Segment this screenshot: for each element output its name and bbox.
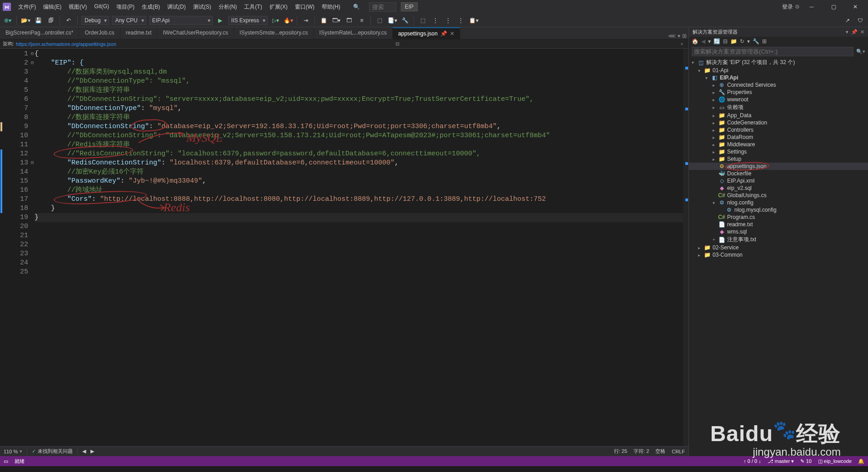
tb-icon-5[interactable]: ⬚ <box>374 15 384 25</box>
save-all-icon[interactable]: 🗐 <box>46 15 56 25</box>
tb-icon-1[interactable]: 📋 <box>319 15 329 25</box>
tree-node[interactable]: ▾⚙nlog.config <box>689 199 868 206</box>
menu-item[interactable]: 扩展(X) <box>266 3 291 11</box>
config-combo[interactable]: Debug <box>81 16 109 25</box>
tabs-overflow-icon[interactable]: ⋘ <box>668 33 676 39</box>
tree-node[interactable]: ▸📁03-Common <box>689 251 868 258</box>
tree-node[interactable]: ▸📁CodeGeneration <box>689 119 868 126</box>
refresh-icon[interactable]: ↻ <box>740 38 744 45</box>
vc-repo[interactable]: ◫ eip_lowcode <box>818 458 852 464</box>
panel-pin-icon[interactable]: 📌 <box>851 29 858 35</box>
vc-branch[interactable]: ⎇ master ▾ <box>768 458 794 464</box>
menu-item[interactable]: 测试(S) <box>190 3 215 11</box>
tree-node[interactable]: 🐳Dockerfile <box>689 170 868 177</box>
tree-node[interactable]: ▸📁DataRoom <box>689 134 868 141</box>
menu-item[interactable]: Git(G) <box>90 3 113 11</box>
run-no-debug-icon[interactable]: ▷▾ <box>270 15 280 25</box>
editor-tab[interactable]: BigScreenPag...ontroller.cs <box>0 27 79 39</box>
back-icon[interactable]: ◀ <box>701 38 705 45</box>
tree-node[interactable]: ◇EIP.Api.xml <box>689 177 868 184</box>
schema-url[interactable]: https://json.schemastore.org/appsettings… <box>16 41 116 47</box>
menu-item[interactable]: 帮助(H) <box>318 3 344 11</box>
tree-node[interactable]: ▾📁01-Api <box>689 67 868 74</box>
run-button[interactable]: ▶ <box>215 15 225 25</box>
tb-icon-8[interactable]: ⬚ <box>418 15 428 25</box>
tree-node[interactable]: ▸📁Settings <box>689 148 868 155</box>
tree-node[interactable]: 📄readme.txt <box>689 221 868 228</box>
collapse-icon[interactable]: ⊟ <box>723 38 728 45</box>
step-icon[interactable]: ⇥ <box>301 15 311 25</box>
fwd-icon[interactable]: ▾ <box>708 38 711 45</box>
close-button[interactable]: ✕ <box>845 0 865 13</box>
settings-icon[interactable]: ⚙ <box>795 4 800 10</box>
editor-tab[interactable]: ISystemRateL...epository.cs <box>314 27 393 39</box>
login-link[interactable]: 登录 <box>782 3 793 11</box>
run-target-combo[interactable]: IIS Express <box>228 16 268 25</box>
search-input[interactable] <box>369 2 396 12</box>
preview-icon[interactable]: 🔧 <box>753 38 759 45</box>
tree-node[interactable]: ▸📁Setup <box>689 155 868 163</box>
tree-node[interactable]: ▸▭依赖项 <box>689 103 868 112</box>
tree-node[interactable]: C#Program.cs <box>689 214 868 221</box>
open-icon[interactable]: 📂▾ <box>20 15 30 25</box>
menu-item[interactable]: 生成(B) <box>138 3 164 11</box>
issue-next-icon[interactable]: ▶ <box>90 448 94 454</box>
menu-item[interactable]: 文件(F) <box>15 3 40 11</box>
split-icon[interactable]: ⊟ <box>394 41 401 47</box>
solution-tree[interactable]: ▾◫ 解决方案 'EIP' (32 个项目，共 32 个) ▾📁01-Api▾◧… <box>689 57 868 456</box>
issue-prev-icon[interactable]: ◀ <box>82 448 86 454</box>
menu-item[interactable]: 工具(T) <box>240 3 265 11</box>
output-icon[interactable]: ▭ <box>4 458 8 464</box>
editor-tab[interactable]: readme.txt <box>120 27 158 39</box>
tree-node[interactable]: ⚙appsettings.json <box>689 163 868 170</box>
tree-node[interactable]: ⚙nlog.mysql.config <box>689 206 868 214</box>
editor-tab[interactable]: IWeChatUserRepository.cs <box>157 27 234 39</box>
tabs-window-icon[interactable]: ⊞ <box>682 33 687 39</box>
tree-node[interactable]: ◆wms.sql <box>689 228 868 235</box>
panel-close-icon[interactable]: ✕ <box>860 29 864 35</box>
hot-reload-icon[interactable]: 🔥▾ <box>283 15 293 25</box>
undo-icon[interactable]: ↶ <box>64 15 74 25</box>
explorer-search-icon[interactable]: 🔍▾ <box>856 49 865 55</box>
tabs-dropdown-icon[interactable]: ▾ <box>678 33 680 39</box>
share-icon[interactable]: ↗ <box>843 15 853 25</box>
menu-item[interactable]: 编辑(E) <box>40 3 65 11</box>
view-icon[interactable]: ⊞ <box>762 38 767 45</box>
tb-icon-2[interactable]: 🗔▾ <box>331 15 341 25</box>
tree-node[interactable]: ▸⊕Connected Services <box>689 81 868 89</box>
nav-back-icon[interactable]: ⊕▾ <box>3 15 13 25</box>
platform-combo[interactable]: Any CPU <box>112 16 146 25</box>
editor-tab[interactable]: OrderJob.cs <box>79 27 120 39</box>
tb-icon-4[interactable]: ≡ <box>357 15 367 25</box>
editor-tab[interactable]: appsettings.json📌✕ <box>393 27 460 39</box>
save-icon[interactable]: 💾 <box>33 15 43 25</box>
admin-icon[interactable]: 🛡 <box>855 15 865 25</box>
tb-icon-3[interactable]: 🗔 <box>344 15 354 25</box>
explorer-search-input[interactable] <box>692 47 853 56</box>
tb-icon-9[interactable]: ⋮ <box>430 15 440 25</box>
tree-node[interactable]: ◆eip_v2.sql <box>689 184 868 192</box>
sync-icon[interactable]: 🔄 <box>713 38 720 45</box>
tree-node[interactable]: ▸📁App_Data <box>689 112 868 119</box>
vc-sync[interactable]: ↑ 0 / 0 ↓ <box>743 458 761 464</box>
solution-badge[interactable]: EIP <box>401 2 418 11</box>
panel-dropdown-icon[interactable]: ▾ <box>846 29 848 35</box>
properties-icon[interactable]: ▾ <box>747 38 750 45</box>
tree-node[interactable]: ▸🌐wwwroot <box>689 96 868 103</box>
tree-node[interactable]: ▾◧EIP.Api <box>689 74 868 81</box>
issues-text[interactable]: 未找到相关问题 <box>38 448 73 455</box>
zoom-level[interactable]: 110 % <box>4 449 18 454</box>
menu-item[interactable]: 分析(N) <box>215 3 241 11</box>
vc-changes[interactable]: ✎ 10 <box>800 458 811 464</box>
indent-mode[interactable]: 空格 <box>655 448 665 455</box>
menu-item[interactable]: 调试(D) <box>164 3 190 11</box>
tree-node[interactable]: ▸📁Controllers <box>689 126 868 134</box>
tree-node[interactable]: +📄注意事项.txt <box>689 235 868 244</box>
tb-icon-12[interactable]: 📋▾ <box>469 15 479 25</box>
minimize-button[interactable]: ─ <box>802 0 822 13</box>
code-editor[interactable]: 1⊟2⊟345678910111213⊟14151617181920212223… <box>0 49 688 446</box>
home-icon[interactable]: 🏠 <box>692 38 698 45</box>
menu-item[interactable]: 视图(V) <box>65 3 90 11</box>
add-pane-icon[interactable]: ＋ <box>678 40 686 47</box>
maximize-button[interactable]: ▢ <box>823 0 843 13</box>
